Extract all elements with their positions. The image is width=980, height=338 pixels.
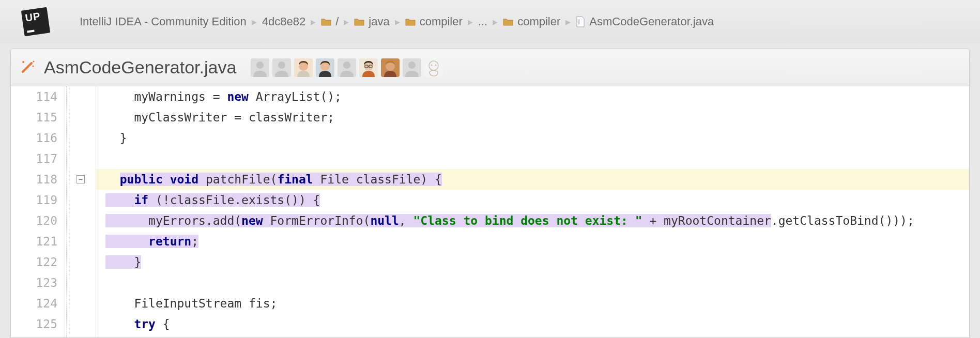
code-area[interactable]: myWarnings = new ArrayList(); myClassWri… [96, 86, 969, 338]
chevron-right-icon: ▸ [395, 16, 400, 28]
breadcrumb-java[interactable]: java [369, 15, 389, 28]
svg-point-13 [343, 62, 350, 69]
svg-point-5 [256, 62, 264, 69]
code-line[interactable] [96, 148, 969, 169]
fold-cell [65, 210, 96, 231]
fold-cell [65, 272, 96, 293]
avatar-contributor-4[interactable] [316, 58, 334, 77]
code-editor[interactable]: 114115116117118119120121122123124125 − m… [11, 86, 969, 338]
fold-cell: − [65, 169, 96, 190]
upsource-logo[interactable] [21, 7, 50, 36]
fold-cell [65, 148, 96, 169]
folder-icon [321, 18, 331, 26]
line-number: 123 [11, 272, 65, 293]
fold-cell [65, 86, 96, 107]
code-line[interactable]: FileInputStream fis; [96, 293, 969, 314]
line-number: 125 [11, 314, 65, 334]
folder-icon [354, 18, 364, 26]
file-header: AsmCodeGenerator.java [11, 49, 969, 86]
avatar-contributor-7[interactable] [381, 58, 400, 77]
fold-cell [65, 231, 96, 252]
line-number: 118 [11, 169, 65, 190]
breadcrumb-root[interactable]: / [335, 15, 339, 28]
line-number: 119 [11, 190, 65, 210]
breadcrumb-app[interactable]: IntelliJ IDEA - Community Edition [80, 15, 247, 28]
chevron-right-icon: ▸ [468, 16, 473, 28]
svg-point-1 [22, 61, 24, 63]
avatar-contributor-1[interactable] [251, 58, 269, 77]
breadcrumb-file[interactable]: AsmCodeGenerator.java [589, 15, 714, 28]
code-line[interactable]: public void patchFile(final File classFi… [96, 169, 969, 190]
breadcrumb-compiler2[interactable]: compiler [517, 15, 560, 28]
avatar-contributor-5[interactable] [338, 58, 356, 77]
breadcrumb-commit[interactable]: 4dc8e82 [262, 15, 305, 28]
svg-point-25 [431, 64, 433, 66]
line-number: 117 [11, 148, 65, 169]
fold-cell [65, 252, 96, 272]
code-line[interactable]: myClassWriter = classWriter; [96, 107, 969, 128]
chevron-right-icon: ▸ [565, 16, 571, 28]
code-line[interactable] [96, 272, 969, 293]
chevron-right-icon: ▸ [311, 16, 316, 28]
chevron-right-icon: ▸ [493, 16, 498, 28]
svg-point-3 [33, 65, 34, 67]
svg-point-7 [278, 62, 285, 69]
folder-icon [405, 18, 416, 26]
code-line[interactable]: } [96, 128, 969, 148]
fold-cell [65, 314, 96, 334]
code-line[interactable]: } [96, 252, 969, 272]
line-number: 115 [11, 107, 65, 128]
wand-icon [20, 59, 36, 76]
line-number: 120 [11, 210, 65, 231]
file-title: AsmCodeGenerator.java [44, 57, 236, 78]
code-line[interactable]: myErrors.add(new FormErrorInfo(null, "Cl… [96, 210, 969, 231]
java-file-icon: j [576, 16, 585, 27]
line-number: 124 [11, 293, 65, 314]
line-number-gutter: 114115116117118119120121122123124125 [11, 86, 65, 338]
breadcrumb-compiler[interactable]: compiler [420, 15, 463, 28]
fold-toggle[interactable]: − [76, 175, 85, 183]
chevron-right-icon: ▸ [344, 16, 349, 28]
svg-point-2 [33, 60, 35, 62]
fold-column: − [65, 86, 96, 338]
svg-point-22 [408, 62, 416, 69]
contributor-avatars [251, 58, 443, 77]
breadcrumb: IntelliJ IDEA - Community Edition ▸ 4dc8… [80, 15, 714, 28]
svg-point-26 [435, 64, 437, 66]
breadcrumb-ellipsis[interactable]: ... [478, 15, 487, 28]
code-line[interactable]: try { [96, 314, 969, 334]
line-number: 116 [11, 128, 65, 148]
editor-panel: AsmCodeGenerator.java 114115116117118119… [10, 49, 970, 338]
fold-cell [65, 293, 96, 314]
avatar-contributor-6[interactable] [359, 58, 378, 77]
folder-icon [503, 18, 513, 26]
line-number: 122 [11, 252, 65, 272]
line-number: 114 [11, 86, 65, 107]
fold-cell [65, 190, 96, 210]
code-line[interactable]: return; [96, 231, 969, 252]
code-line[interactable]: if (!classFile.exists()) { [96, 190, 969, 210]
line-number: 121 [11, 231, 65, 252]
fold-cell [65, 107, 96, 128]
avatar-contributor-2[interactable] [272, 58, 291, 77]
code-line[interactable]: myWarnings = new ArrayList(); [96, 86, 969, 107]
avatar-contributor-9[interactable] [424, 58, 443, 77]
avatar-contributor-3[interactable] [294, 58, 313, 77]
avatar-contributor-8[interactable] [403, 58, 421, 77]
fold-cell [65, 128, 96, 148]
chevron-right-icon: ▸ [252, 16, 257, 28]
svg-text:j: j [578, 19, 579, 24]
top-bar: IntelliJ IDEA - Community Edition ▸ 4dc8… [0, 0, 980, 43]
